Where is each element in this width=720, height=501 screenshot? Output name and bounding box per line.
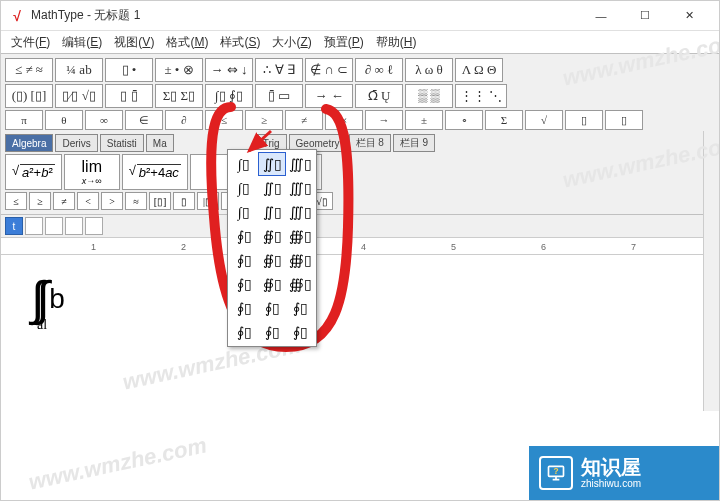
palette-misc[interactable]: ∂ ∞ ℓ: [355, 58, 403, 82]
int-opt[interactable]: ∫▯: [230, 200, 258, 224]
maximize-button[interactable]: ☐: [623, 2, 667, 30]
palette-greek-lower[interactable]: λ ω θ: [405, 58, 453, 82]
tab-col9[interactable]: 栏目 9: [393, 134, 435, 152]
int-opt[interactable]: ∮▯: [258, 296, 286, 320]
sym-infinity[interactable]: ∞: [85, 110, 123, 130]
sym-ge[interactable]: ≥: [245, 110, 283, 130]
int-opt[interactable]: ∰▯: [286, 272, 314, 296]
mini-gt[interactable]: >: [101, 192, 123, 210]
palette-fractions[interactable]: ▯⁄▯ √▯: [55, 84, 103, 108]
equation[interactable]: ∫∫ b: [31, 275, 689, 323]
integral-template-dropdown[interactable]: ∫▯∬▯∭▯ ∫▯∬▯∭▯ ∫▯∬▯∭▯ ∮▯∯▯∰▯ ∮▯∯▯∰▯ ∮▯∯▯∰…: [227, 149, 317, 347]
palette-relations[interactable]: ≤ ≠ ≈: [5, 58, 53, 82]
sym-arrow[interactable]: →: [365, 110, 403, 130]
palette-labeled-arrows[interactable]: → ←: [305, 84, 353, 108]
mini-bracket[interactable]: [▯]: [149, 192, 171, 210]
palette-bars[interactable]: ▯̄ ▭: [255, 84, 303, 108]
style-btn-4[interactable]: [65, 217, 83, 235]
int-opt[interactable]: ∰▯: [286, 224, 314, 248]
sym-pm[interactable]: ±: [405, 110, 443, 130]
sym-times[interactable]: ×: [325, 110, 363, 130]
sym-blank2[interactable]: ▯: [605, 110, 643, 130]
palette-matrices[interactable]: ▒ ▒: [405, 84, 453, 108]
sym-theta[interactable]: θ: [45, 110, 83, 130]
int-opt[interactable]: ∭▯: [286, 200, 314, 224]
mini-lt[interactable]: <: [77, 192, 99, 210]
palette-integrals[interactable]: ∫▯ ∮▯: [205, 84, 253, 108]
menu-style[interactable]: 样式(S): [214, 32, 266, 53]
tpl-limit[interactable]: limx→∞: [64, 154, 120, 190]
tab-algebra[interactable]: Algebra: [5, 134, 53, 152]
mini-le[interactable]: ≤: [5, 192, 27, 210]
sym-circ[interactable]: ∘: [445, 110, 483, 130]
vertical-scrollbar[interactable]: [703, 131, 719, 411]
int-opt[interactable]: ∮▯: [230, 296, 258, 320]
tpl-quadratic[interactable]: b²+4ac: [122, 154, 188, 190]
palette-boxes[interactable]: ⋮⋮ ⋱: [455, 84, 507, 108]
sym-blank1[interactable]: ▯: [565, 110, 603, 130]
mini-approx[interactable]: ≈: [125, 192, 147, 210]
menu-help[interactable]: 帮助(H): [370, 32, 423, 53]
tab-col8[interactable]: 栏目 8: [349, 134, 391, 152]
tab-matrices[interactable]: Ma: [146, 134, 174, 152]
equation-canvas[interactable]: ∫∫ b al: [1, 255, 719, 475]
menu-preferences[interactable]: 预置(P): [318, 32, 370, 53]
int-opt[interactable]: ∮▯: [230, 320, 258, 344]
int-opt[interactable]: ∭▯: [286, 176, 314, 200]
palette-logic[interactable]: ∴ ∀ ∃: [255, 58, 303, 82]
palette-fences[interactable]: (▯) [▯]: [5, 84, 53, 108]
int-opt[interactable]: ∫▯: [230, 152, 258, 176]
mini-box[interactable]: ▯: [173, 192, 195, 210]
palette-scripts[interactable]: ▯ ▯̄: [105, 84, 153, 108]
int-opt[interactable]: ∮▯: [230, 272, 258, 296]
int-opt[interactable]: ∮▯: [230, 224, 258, 248]
int-opt[interactable]: ∭▯: [286, 152, 314, 176]
sym-sqrt[interactable]: √: [525, 110, 563, 130]
int-opt[interactable]: ∮▯: [286, 320, 314, 344]
style-btn-3[interactable]: [45, 217, 63, 235]
int-opt[interactable]: ∬▯: [258, 200, 286, 224]
int-opt[interactable]: ∬▯: [258, 176, 286, 200]
menu-size[interactable]: 大小(Z): [266, 32, 317, 53]
mini-abs[interactable]: |▯|: [197, 192, 219, 210]
tab-statistics[interactable]: Statisti: [100, 134, 144, 152]
int-opt[interactable]: ∯▯: [258, 272, 286, 296]
palette-greek-upper[interactable]: Λ Ω Θ: [455, 58, 503, 82]
sym-partial[interactable]: ∂: [165, 110, 203, 130]
menu-file[interactable]: 文件(F): [5, 32, 56, 53]
style-btn-5[interactable]: [85, 217, 103, 235]
sym-le[interactable]: ≤: [205, 110, 243, 130]
palette-arrows[interactable]: → ⇔ ↓: [205, 58, 253, 82]
int-opt-selected[interactable]: ∬▯: [258, 152, 286, 176]
sym-pi[interactable]: π: [5, 110, 43, 130]
menu-format[interactable]: 格式(M): [160, 32, 214, 53]
palette-spaces[interactable]: ¼ ab: [55, 58, 103, 82]
palette-operators[interactable]: ± • ⊗: [155, 58, 203, 82]
int-opt[interactable]: ∯▯: [258, 224, 286, 248]
mini-ge[interactable]: ≥: [29, 192, 51, 210]
int-opt[interactable]: ∯▯: [258, 248, 286, 272]
style-btn-2[interactable]: [25, 217, 43, 235]
int-opt[interactable]: ∰▯: [286, 248, 314, 272]
style-text-button[interactable]: t: [5, 217, 23, 235]
int-opt[interactable]: ∮▯: [258, 320, 286, 344]
palette-products[interactable]: Ω̄ Ų: [355, 84, 403, 108]
menu-edit[interactable]: 编辑(E): [56, 32, 108, 53]
close-button[interactable]: ✕: [667, 2, 711, 30]
minimize-button[interactable]: —: [579, 2, 623, 30]
sym-sigma[interactable]: Σ: [485, 110, 523, 130]
menu-view[interactable]: 视图(V): [108, 32, 160, 53]
sym-in[interactable]: ∈: [125, 110, 163, 130]
palette-embellish[interactable]: ▯ •: [105, 58, 153, 82]
int-opt[interactable]: ∮▯: [286, 296, 314, 320]
ruler[interactable]: 1 2 3 4 5 6 7: [1, 237, 719, 255]
sym-ne[interactable]: ≠: [285, 110, 323, 130]
badge-text: 知识屋 zhishiwu.com: [581, 457, 641, 489]
mini-ne[interactable]: ≠: [53, 192, 75, 210]
palette-set[interactable]: ∉ ∩ ⊂: [305, 58, 353, 82]
palette-sums[interactable]: Σ▯ Σ▯: [155, 84, 203, 108]
int-opt[interactable]: ∮▯: [230, 248, 258, 272]
int-opt[interactable]: ∫▯: [230, 176, 258, 200]
tab-derivs[interactable]: Derivs: [55, 134, 97, 152]
tpl-pythag[interactable]: a²+b²: [5, 154, 62, 190]
